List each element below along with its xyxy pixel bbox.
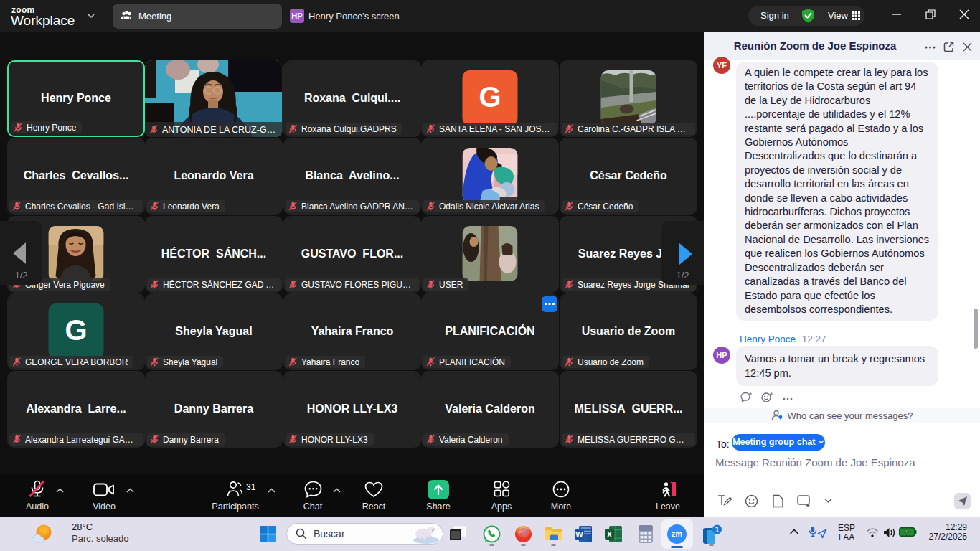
svg-text:X: X [607,530,613,539]
svg-text:W: W [575,530,583,539]
svg-text:1: 1 [715,526,720,534]
